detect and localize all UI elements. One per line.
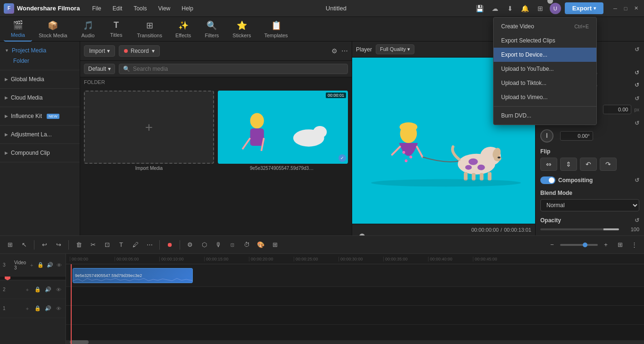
scale-x-reset-icon[interactable]: ↺ [635, 69, 639, 76]
media-thumbnail[interactable]: 00:00:01 ✓ [218, 91, 348, 164]
menu-help[interactable]: Help [177, 3, 198, 14]
video-clip[interactable]: 9e5e32574905547.59d79d39ec3e2 [73, 268, 193, 283]
list-item[interactable]: + Import Media [84, 91, 214, 252]
flip-horizontal-button[interactable]: ⇔ [540, 158, 557, 171]
timeline-color-button[interactable]: 🎨 [255, 239, 267, 251]
rotate-dial[interactable] [540, 129, 553, 143]
create-video-item[interactable]: Create Video Ctrl+E [494, 19, 596, 34]
tab-filters[interactable]: 🔍 Filters [198, 17, 226, 41]
sidebar-item-project-media[interactable]: ▼ Project Media [4, 45, 76, 56]
timeline-undo-button[interactable]: ↩ [38, 239, 50, 251]
list-item[interactable]: 00:00:01 ✓ 9e5e32574905547.59d79d39ec... [218, 91, 348, 252]
maximize-button[interactable]: □ [621, 4, 630, 13]
timeline-options-button[interactable]: ⋮ [628, 239, 640, 251]
quality-select[interactable]: Full Quality ▾ [376, 44, 414, 54]
compositing-toggle[interactable] [540, 176, 555, 184]
export-button[interactable]: Export ▾ [565, 2, 603, 14]
timeline-crop-button[interactable]: ⊡ [101, 239, 113, 251]
timeline-scrollbar-thumb[interactable] [70, 340, 89, 344]
rotate-reset-icon[interactable]: ↺ [635, 120, 639, 126]
blend-mode-select[interactable]: Normal Multiply Screen Overlay [540, 199, 639, 211]
download-icon[interactable]: ⬇ [504, 3, 516, 14]
minimize-button[interactable]: ─ [611, 4, 619, 13]
sidebar-item-global-media[interactable]: ▶ Global Media [4, 74, 76, 84]
scale-y-reset-icon[interactable]: ↺ [635, 82, 639, 88]
timeline-grid-button[interactable]: ⊞ [614, 239, 626, 251]
timeline-settings-button[interactable]: ⚙ [184, 239, 196, 251]
menu-view[interactable]: View [153, 3, 175, 14]
rotate-left-button[interactable]: ↶ [580, 158, 597, 171]
cloud-icon[interactable]: ☁ [489, 3, 501, 14]
sidebar-item-influence-kit[interactable]: ▶ Influence Kit NEW [4, 111, 76, 121]
pos-y-input[interactable] [603, 105, 631, 114]
more-options-icon[interactable]: ⋯ [341, 47, 348, 55]
tab-stickers[interactable]: ⭐ Stickers [226, 17, 257, 41]
tab-titles[interactable]: T Titles [102, 17, 131, 41]
timeline-select-button[interactable]: ↖ [18, 239, 30, 251]
track-3-volume-icon[interactable]: 🔊 [46, 261, 53, 269]
menu-file[interactable]: File [87, 3, 106, 14]
track-3-eye-icon[interactable]: 👁 [56, 261, 63, 269]
upload-youtube-item[interactable]: Upload to YouTube... [494, 62, 596, 76]
export-selected-clips-item[interactable]: Export Selected Clips [494, 34, 596, 48]
zoom-thumb[interactable] [583, 243, 587, 247]
track-1-add-button[interactable]: + [23, 304, 32, 313]
grid-icon[interactable]: ⊞ [535, 3, 546, 14]
timeline-redo-button[interactable]: ↪ [52, 239, 65, 251]
tab-audio[interactable]: 🎵 Audio [74, 17, 102, 41]
timeline-cut-button[interactable]: ✂ [87, 239, 99, 251]
timeline-delete-button[interactable]: 🗑 [73, 239, 85, 251]
menu-edit[interactable]: Edit [108, 3, 127, 14]
timeline-transform-button[interactable]: ⊞ [269, 239, 281, 251]
compositing-reset-icon[interactable]: ↺ [635, 177, 639, 184]
timeline-record-button[interactable]: ⏺ [164, 239, 176, 251]
export-to-device-item[interactable]: Export to Device... [494, 48, 596, 62]
track-1-eye-icon[interactable]: 👁 [54, 304, 63, 313]
tab-stock-media[interactable]: 📦 Stock Media [32, 17, 74, 41]
sort-select[interactable]: Default ▾ [84, 64, 115, 74]
opacity-slider[interactable] [540, 228, 619, 230]
rotate-right-button[interactable]: ↷ [600, 158, 617, 171]
track-3-add-button[interactable]: + [28, 261, 35, 269]
track-1-volume-icon[interactable]: 🔊 [44, 304, 52, 313]
filter-icon[interactable]: ⚙ [331, 47, 338, 55]
scale-reset-icon[interactable]: ↺ [635, 46, 639, 53]
opacity-reset-icon[interactable]: ↺ [635, 217, 639, 224]
record-button[interactable]: Record ▾ [119, 45, 160, 57]
upload-tiktok-item[interactable]: Upload to Tiktok... [494, 76, 596, 90]
timeline-text-button[interactable]: T [115, 239, 127, 251]
sidebar-item-adjustment[interactable]: ▶ Adjustment La... [4, 129, 76, 140]
bell-icon[interactable]: 🔔 [520, 3, 531, 14]
zoom-slider[interactable] [560, 244, 598, 246]
timeline-paint-button[interactable]: 🖊 [129, 239, 141, 251]
sidebar-item-cloud-media[interactable]: ▶ Cloud Media [4, 92, 76, 103]
track-2-eye-icon[interactable]: 👁 [54, 285, 63, 294]
sidebar-item-compound-clip[interactable]: ▶ Compound Clip [4, 148, 76, 158]
burn-dvd-item[interactable]: Burn DVD... [494, 109, 596, 123]
import-button[interactable]: Import ▾ [84, 45, 115, 57]
avatar[interactable]: U [550, 3, 561, 14]
tab-effects[interactable]: ✨ Effects [169, 17, 198, 41]
tab-transitions[interactable]: ⊞ Transitions [131, 17, 169, 41]
menu-tools[interactable]: Tools [129, 3, 151, 14]
track-3-lock-icon[interactable]: 🔒 [37, 261, 44, 269]
position-reset-icon[interactable]: ↺ [635, 95, 639, 102]
rotate-input[interactable] [560, 131, 593, 141]
import-placeholder[interactable]: + [84, 91, 214, 164]
flip-vertical-button[interactable]: ⇕ [560, 158, 577, 171]
track-2-lock-icon[interactable]: 🔒 [33, 285, 42, 294]
track-1-lock-icon[interactable]: 🔒 [33, 304, 42, 313]
timeline-speed-button[interactable]: ⏱ [240, 239, 253, 251]
timeline-split-button[interactable]: ⎅ [226, 239, 239, 251]
track-2-volume-icon[interactable]: 🔊 [44, 285, 52, 294]
close-button[interactable]: ✕ [632, 4, 640, 13]
search-input[interactable] [133, 66, 344, 72]
timeline-audio-button[interactable]: 🎙 [212, 239, 224, 251]
sidebar-item-folder[interactable]: Folder [4, 56, 76, 66]
tab-templates[interactable]: 📋 Templates [257, 17, 294, 41]
timeline-mask-button[interactable]: ⬡ [198, 239, 210, 251]
upload-vimeo-item[interactable]: Upload to Vimeo... [494, 90, 596, 104]
tab-media[interactable]: 🎬 Media [4, 17, 32, 42]
timeline-scrollbar[interactable] [66, 340, 644, 344]
timeline-more-button[interactable]: ⋯ [143, 239, 156, 251]
